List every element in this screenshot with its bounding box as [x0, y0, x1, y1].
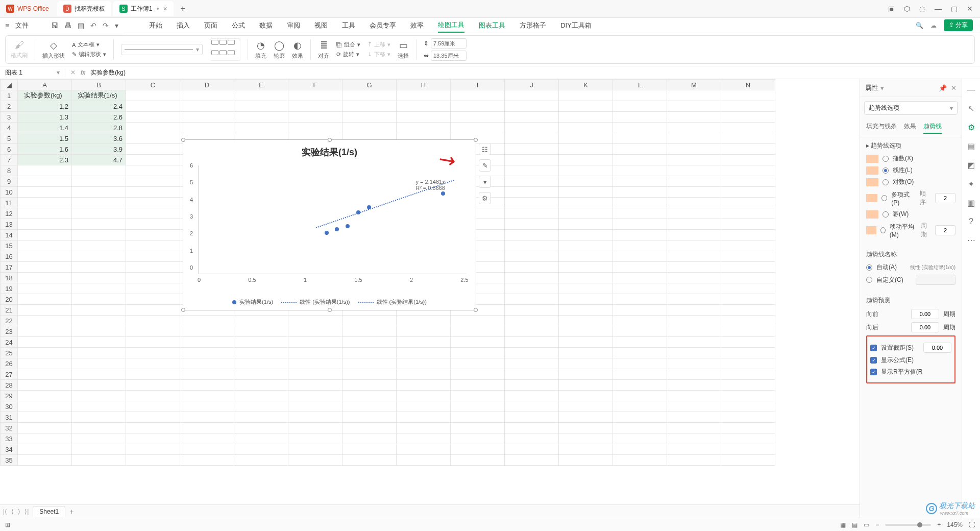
cell[interactable] [126, 123, 180, 133]
cell[interactable] [126, 326, 180, 337]
cell[interactable] [667, 423, 721, 433]
column-header[interactable]: H [397, 80, 451, 90]
column-header[interactable]: N [721, 80, 775, 90]
multi-window-icon[interactable]: ▣ [888, 5, 895, 13]
cell[interactable] [505, 230, 559, 240]
cell[interactable] [667, 101, 721, 112]
row-header[interactable]: 31 [1, 412, 18, 423]
cell[interactable] [72, 348, 126, 358]
cell[interactable] [18, 380, 72, 391]
trendline-type-option[interactable]: 对数(O) [866, 178, 955, 186]
cell[interactable] [505, 283, 559, 294]
cell[interactable] [451, 123, 505, 133]
cell[interactable] [667, 391, 721, 401]
cell[interactable] [126, 444, 180, 455]
cell[interactable] [721, 273, 775, 283]
cell[interactable] [667, 240, 721, 251]
cell[interactable] [505, 112, 559, 123]
cell[interactable] [667, 262, 721, 273]
cell[interactable] [72, 176, 126, 187]
column-header[interactable]: J [505, 80, 559, 90]
cell[interactable] [288, 401, 342, 412]
cell[interactable] [613, 391, 667, 401]
cell[interactable] [72, 262, 126, 273]
cell[interactable] [613, 112, 667, 123]
document-tab[interactable]: S 工作簿1 • × [113, 1, 174, 16]
cell[interactable] [72, 444, 126, 455]
cell[interactable] [613, 316, 667, 326]
row-header[interactable]: 22 [1, 316, 18, 326]
cell[interactable] [559, 444, 613, 455]
row-header[interactable]: 33 [1, 433, 18, 444]
cell[interactable] [451, 423, 505, 433]
cell[interactable] [667, 165, 721, 176]
cell[interactable] [126, 316, 180, 326]
cell[interactable] [72, 433, 126, 444]
cell[interactable] [180, 90, 234, 101]
cell[interactable] [721, 208, 775, 219]
cell[interactable] [126, 423, 180, 433]
cell[interactable] [126, 305, 180, 316]
row-header[interactable]: 16 [1, 251, 18, 262]
cell[interactable] [126, 358, 180, 369]
cell[interactable] [721, 455, 775, 466]
row-header[interactable]: 3 [1, 112, 18, 123]
cell[interactable] [451, 369, 505, 380]
cell[interactable] [505, 401, 559, 412]
cell[interactable] [667, 144, 721, 155]
column-header[interactable]: L [613, 80, 667, 90]
cell[interactable] [342, 369, 397, 380]
cell[interactable] [505, 187, 559, 198]
outline-button[interactable]: ◯轮廓 [274, 40, 285, 60]
cell[interactable] [18, 401, 72, 412]
resize-handle[interactable] [328, 308, 332, 312]
panel-tab[interactable]: 填充与线条 [866, 122, 897, 134]
cell[interactable] [559, 262, 613, 273]
cell[interactable] [451, 358, 505, 369]
redo-icon[interactable]: ↷ [103, 21, 109, 30]
row-header[interactable]: 24 [1, 337, 18, 348]
cell[interactable] [667, 219, 721, 230]
cell[interactable] [342, 337, 397, 348]
cell[interactable] [18, 240, 72, 251]
cell[interactable]: 2.4 [72, 101, 126, 112]
cell[interactable] [288, 326, 342, 337]
cell[interactable] [234, 391, 288, 401]
column-header[interactable]: A [18, 80, 72, 90]
cell[interactable] [397, 444, 451, 455]
cell[interactable] [613, 294, 667, 305]
cell[interactable] [288, 455, 342, 466]
cell[interactable] [288, 444, 342, 455]
resize-handle[interactable] [328, 138, 332, 142]
cell[interactable] [667, 187, 721, 198]
cell[interactable] [721, 262, 775, 273]
app-tab[interactable]: W WPS Office [0, 1, 55, 16]
cell[interactable] [234, 455, 288, 466]
cell[interactable] [18, 262, 72, 273]
cell[interactable] [288, 423, 342, 433]
cell[interactable] [559, 187, 613, 198]
chart-title[interactable]: 实验结果(1/s) [183, 140, 476, 158]
cell[interactable] [288, 369, 342, 380]
cell[interactable] [72, 326, 126, 337]
save-icon[interactable]: 🖫 [51, 21, 58, 30]
cell[interactable] [721, 251, 775, 262]
cell[interactable] [505, 433, 559, 444]
cell[interactable] [613, 165, 667, 176]
sheet-tab[interactable]: Sheet1 [33, 506, 65, 517]
cell[interactable] [18, 283, 72, 294]
cell[interactable] [613, 380, 667, 391]
ribbon-tab[interactable]: 审阅 [287, 19, 300, 32]
cell[interactable] [72, 273, 126, 283]
cell[interactable] [397, 348, 451, 358]
cell[interactable] [234, 444, 288, 455]
column-header[interactable]: D [180, 80, 234, 90]
cell[interactable] [397, 391, 451, 401]
cell[interactable] [559, 412, 613, 423]
cell[interactable] [505, 240, 559, 251]
insert-shape-button[interactable]: ◇ 插入形状 [42, 40, 65, 60]
cell[interactable] [288, 348, 342, 358]
cell[interactable] [342, 112, 397, 123]
cell[interactable] [667, 326, 721, 337]
cell[interactable] [505, 391, 559, 401]
